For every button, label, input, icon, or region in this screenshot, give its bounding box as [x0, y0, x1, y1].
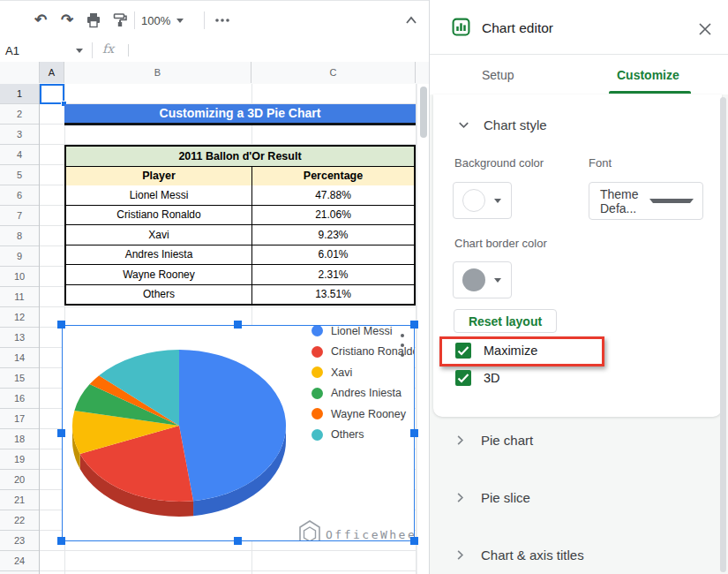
chevron-down-icon [76, 49, 83, 53]
legend-swatch [311, 346, 323, 358]
name-box[interactable]: A1 [5, 42, 90, 58]
reset-layout-button[interactable]: Reset layout [454, 309, 557, 333]
print-icon[interactable] [85, 11, 102, 29]
row-header-8[interactable]: 8 [0, 226, 39, 246]
column-header-partial[interactable] [416, 62, 429, 83]
table-row[interactable]: Lionel Messi47.88% [66, 185, 414, 205]
row-header-3[interactable]: 3 [0, 125, 39, 145]
legend-label: Andres Iniesta [331, 387, 402, 399]
more-options-icon[interactable] [214, 11, 231, 29]
collapse-toolbar-icon[interactable] [402, 11, 420, 29]
table-header-percentage: Percentage [252, 167, 414, 186]
legend-item[interactable]: Xavi [311, 362, 415, 383]
checkbox-checked-icon[interactable] [455, 370, 471, 386]
panel-scrollbar[interactable] [720, 97, 726, 572]
toolbar-divider [134, 11, 135, 29]
legend-item[interactable]: Others [311, 425, 415, 446]
row-header-22[interactable]: 22 [0, 510, 39, 531]
officewheel-logo-icon [297, 519, 322, 541]
corner-cell[interactable] [0, 62, 40, 83]
row-header-2[interactable]: 2 [0, 104, 39, 125]
table-row[interactable]: Wayne Rooney2.31% [66, 264, 414, 284]
chart-border-color-label: Chart border color [454, 237, 547, 250]
color-swatch [462, 189, 485, 212]
chart-object[interactable]: Lionel MessiCristiano RonaldoXaviAndres … [62, 325, 415, 541]
section-pie-slice[interactable]: Pie slice [453, 490, 530, 505]
table-row[interactable]: Andres Iniesta6.01% [66, 245, 414, 265]
maximize-checkbox-row[interactable]: Maximize [455, 343, 537, 359]
tab-customize[interactable]: Customize [617, 55, 679, 94]
row-header-1[interactable]: 1 [0, 84, 39, 104]
section-chart-axis-titles[interactable]: Chart & axis titles [453, 548, 584, 563]
scrollbar-thumb[interactable] [420, 87, 427, 138]
color-swatch [462, 268, 485, 291]
zoom-select[interactable]: 100% [141, 10, 184, 31]
row-header-9[interactable]: 9 [0, 246, 39, 267]
chart-kebab-menu-icon[interactable] [396, 334, 409, 357]
row-header-6[interactable]: 6 [0, 185, 39, 206]
player-cell: Lionel Messi [66, 185, 252, 205]
row-header-14[interactable]: 14 [0, 348, 39, 368]
column-header-c[interactable]: C [251, 62, 416, 83]
row-header-16[interactable]: 16 [0, 389, 39, 409]
table-header-row[interactable]: Player Percentage [66, 166, 414, 186]
redo-icon[interactable]: ↷ [58, 11, 76, 29]
background-color-picker[interactable] [453, 182, 512, 219]
resize-handle-sw[interactable] [57, 537, 65, 545]
3d-checkbox-row[interactable]: 3D [455, 370, 500, 386]
chevron-down-icon [494, 278, 501, 283]
font-value: Theme Defa... [600, 187, 639, 215]
table-title-row[interactable]: 2011 Ballon d'Or Result [66, 147, 414, 166]
active-tab-indicator [609, 91, 691, 94]
row-header-12[interactable]: 12 [0, 307, 39, 328]
pie-chart-canvas[interactable]: Lionel MessiCristiano RonaldoXaviAndres … [62, 325, 415, 541]
legend-item[interactable]: Wayne Rooney [311, 404, 415, 425]
row-header-7[interactable]: 7 [0, 206, 39, 226]
resize-handle-w[interactable] [57, 429, 65, 437]
chart-border-color-picker[interactable] [453, 261, 512, 298]
close-icon[interactable] [697, 21, 713, 37]
row-header-18[interactable]: 18 [0, 429, 39, 449]
resize-handle-ne[interactable] [410, 321, 418, 329]
data-table[interactable]: 2011 Ballon d'Or Result Player Percentag… [64, 145, 416, 306]
legend-item[interactable]: Andres Iniesta [311, 383, 415, 404]
column-header-b[interactable]: B [64, 62, 251, 83]
percentage-cell: 2.31% [252, 265, 414, 284]
section-pie-chart[interactable]: Pie chart [453, 433, 533, 448]
paint-format-icon[interactable] [111, 11, 129, 29]
row-header-4[interactable]: 4 [0, 145, 39, 165]
row-header-20[interactable]: 20 [0, 470, 39, 490]
resize-handle-e[interactable] [410, 429, 418, 437]
font-select[interactable]: Theme Defa... [589, 182, 703, 220]
row-header-23[interactable]: 23 [0, 531, 39, 551]
row-header-15[interactable]: 15 [0, 368, 39, 389]
row-header-21[interactable]: 21 [0, 490, 39, 510]
divider [128, 44, 129, 57]
column-header-a[interactable]: A [40, 62, 64, 83]
chevron-down-icon [649, 199, 694, 203]
chart-style-section-header[interactable]: Chart style [456, 117, 547, 132]
table-row[interactable]: Xavi9.23% [66, 224, 414, 245]
resize-handle-se[interactable] [410, 537, 418, 545]
chevron-down-icon [176, 19, 184, 23]
row-header-11[interactable]: 11 [0, 287, 39, 307]
row-header-19[interactable]: 19 [0, 449, 39, 470]
row-header-10[interactable]: 10 [0, 267, 39, 287]
row-header-5[interactable]: 5 [0, 165, 39, 185]
cell-reference: A1 [5, 44, 19, 57]
row-header-17[interactable]: 17 [0, 409, 39, 429]
table-row[interactable]: Cristiano Ronaldo21.06% [66, 205, 414, 225]
row-header-24[interactable]: 24 [0, 551, 39, 571]
sheet-scrollbar[interactable] [417, 84, 430, 574]
checkbox-checked-icon[interactable] [455, 343, 471, 359]
resize-handle-s[interactable] [234, 537, 242, 545]
legend-swatch [311, 325, 323, 336]
undo-icon[interactable]: ↶ [32, 11, 49, 29]
sheet-banner-title[interactable]: Customizing a 3D Pie Chart [64, 104, 416, 125]
table-row[interactable]: Others13.51% [66, 284, 414, 305]
resize-handle-nw[interactable] [57, 321, 65, 329]
percentage-cell: 21.06% [252, 206, 414, 225]
row-header-13[interactable]: 13 [0, 328, 39, 348]
resize-handle-n[interactable] [234, 321, 242, 329]
tab-setup[interactable]: Setup [482, 55, 514, 94]
